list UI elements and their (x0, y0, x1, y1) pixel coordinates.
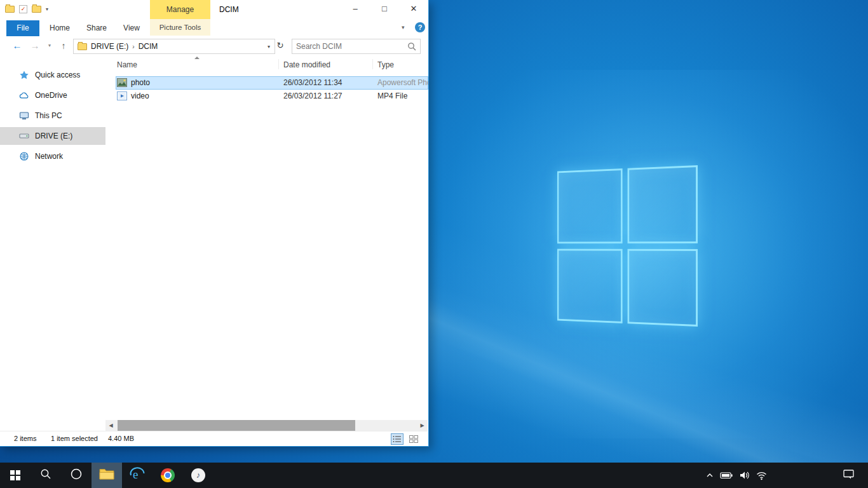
customize-toolbar-caret-icon[interactable]: ▾ (46, 6, 48, 12)
navigation-pane: Quick access OneDrive This PC (0, 55, 105, 420)
file-row-photo[interactable]: photo 26/03/2012 11:34 Apowersoft Pho (116, 76, 428, 90)
ribbon-tab-row: File Home Share View Picture Tools ▾ ? (0, 19, 428, 37)
sidebar-item-drive-e[interactable]: DRIVE (E:) (0, 127, 105, 145)
battery-icon[interactable] (720, 470, 733, 480)
cloud-icon (19, 90, 29, 100)
folder-icon (78, 43, 87, 50)
scroll-right-arrow[interactable]: ▶ (417, 420, 428, 431)
sidebar-item-network[interactable]: Network (0, 147, 105, 165)
sidebar-item-this-pc[interactable]: This PC (0, 107, 105, 125)
maximize-button[interactable]: □ (370, 0, 399, 19)
recent-locations-caret-icon[interactable]: ▾ (43, 39, 56, 52)
back-button[interactable]: ← (11, 39, 24, 52)
help-button[interactable]: ? (415, 22, 425, 32)
selection-size: 4.40 MB (108, 435, 134, 442)
file-name: photo (131, 78, 150, 87)
taskbar-file-explorer-button[interactable] (92, 463, 122, 488)
file-explorer-icon (99, 468, 114, 483)
file-type: Apowersoft Pho (377, 78, 428, 87)
chrome-button[interactable] (153, 463, 183, 488)
selection-count: 1 item selected (51, 435, 98, 442)
file-row-video[interactable]: video 26/03/2012 11:27 MP4 File (116, 90, 428, 103)
tab-home[interactable]: Home (43, 20, 76, 36)
forward-button[interactable]: → (29, 39, 41, 52)
scrollbar-track[interactable] (116, 420, 417, 431)
file-name: video (131, 92, 149, 100)
horizontal-scrollbar: ◀ ▶ (105, 420, 428, 431)
view-toggle-buttons (391, 433, 420, 445)
expand-ribbon-chevron-icon[interactable]: ▾ (402, 24, 405, 30)
scroll-left-arrow[interactable]: ◀ (105, 420, 116, 431)
sidebar-item-label: DRIVE (E:) (35, 132, 72, 140)
search-box (292, 39, 421, 54)
file-type: MP4 File (377, 92, 407, 100)
properties-check-icon[interactable]: ✓ (19, 5, 27, 13)
sidebar-item-label: OneDrive (35, 91, 67, 100)
screen: ✓ ▾ Manage DCIM – □ ✕ File Home Share Vi… (0, 0, 868, 488)
start-button[interactable] (0, 463, 31, 488)
minimize-button[interactable]: – (341, 0, 370, 19)
scrollbar-thumb[interactable] (118, 420, 355, 431)
column-headers: Name Date modified Type (105, 55, 428, 73)
sidebar-item-label: Quick access (35, 71, 80, 79)
hard-drive-icon (19, 131, 29, 141)
action-center-button[interactable] (834, 463, 862, 488)
logo-pane (627, 248, 698, 327)
item-count: 2 items (14, 435, 36, 442)
address-bar[interactable]: DRIVE (E:) › DCIM ▾ (73, 39, 275, 54)
volume-icon[interactable] (739, 470, 750, 480)
sidebar-item-onedrive[interactable]: OneDrive (0, 86, 105, 104)
search-input[interactable] (292, 42, 407, 51)
close-button[interactable]: ✕ (399, 0, 428, 19)
tab-picture-tools[interactable]: Picture Tools (150, 19, 210, 36)
column-header-type[interactable]: Type (377, 60, 394, 69)
tab-file[interactable]: File (6, 20, 39, 36)
search-icon (40, 468, 51, 482)
sort-ascending-icon (194, 57, 200, 59)
cortana-circle-icon (70, 468, 83, 483)
explorer-main: Quick access OneDrive This PC (0, 55, 428, 420)
file-date-modified: 26/03/2012 11:34 (283, 78, 342, 87)
taskbar: e ♪ (0, 463, 868, 488)
window-controls: – □ ✕ (341, 0, 428, 19)
hidden-icons-chevron-icon[interactable] (705, 471, 714, 480)
cortana-button[interactable] (61, 463, 92, 488)
tab-view[interactable]: View (117, 20, 146, 36)
globe-icon (19, 151, 29, 161)
logo-pane (557, 248, 622, 323)
large-icons-view-button[interactable] (407, 433, 420, 445)
chrome-icon (161, 468, 175, 482)
refresh-button[interactable]: ↻ (275, 40, 286, 51)
address-dropdown-caret-icon[interactable]: ▾ (268, 44, 270, 50)
up-button[interactable]: ↑ (57, 39, 70, 52)
internet-explorer-icon: e (129, 466, 146, 485)
column-header-name[interactable]: Name (117, 60, 137, 69)
file-date-modified: 26/03/2012 11:27 (283, 92, 342, 100)
status-bar: 2 items 1 item selected 4.40 MB (0, 431, 428, 446)
sidebar-item-quick-access[interactable]: Quick access (0, 66, 105, 84)
taskbar-search-button[interactable] (31, 463, 61, 488)
tab-share[interactable]: Share (80, 20, 113, 36)
breadcrumb-segment[interactable]: DCIM (135, 42, 162, 51)
column-divider[interactable] (278, 59, 279, 69)
search-icon[interactable] (407, 42, 416, 51)
windows-start-icon (10, 470, 20, 480)
folder-icon[interactable] (5, 6, 15, 13)
column-header-date-modified[interactable]: Date modified (283, 60, 330, 69)
title-bar[interactable]: ✓ ▾ Manage DCIM – □ ✕ (0, 0, 428, 19)
image-file-icon (117, 78, 127, 87)
column-divider[interactable] (372, 59, 373, 69)
breadcrumb-segment[interactable]: DRIVE (E:) (87, 42, 132, 51)
tab-manage[interactable]: Manage (150, 0, 210, 19)
sidebar-item-label: Network (35, 152, 63, 161)
internet-explorer-button[interactable]: e (122, 463, 153, 488)
svg-text:e: e (133, 468, 138, 481)
file-explorer-window: ✓ ▾ Manage DCIM – □ ✕ File Home Share Vi… (0, 0, 429, 447)
monitor-icon (19, 111, 29, 121)
new-folder-icon[interactable] (32, 6, 41, 13)
details-view-button[interactable] (391, 433, 403, 445)
music-note-icon: ♪ (191, 468, 205, 482)
windows-logo (557, 165, 698, 327)
itunes-button[interactable]: ♪ (183, 463, 214, 488)
network-wifi-icon[interactable] (756, 471, 767, 480)
